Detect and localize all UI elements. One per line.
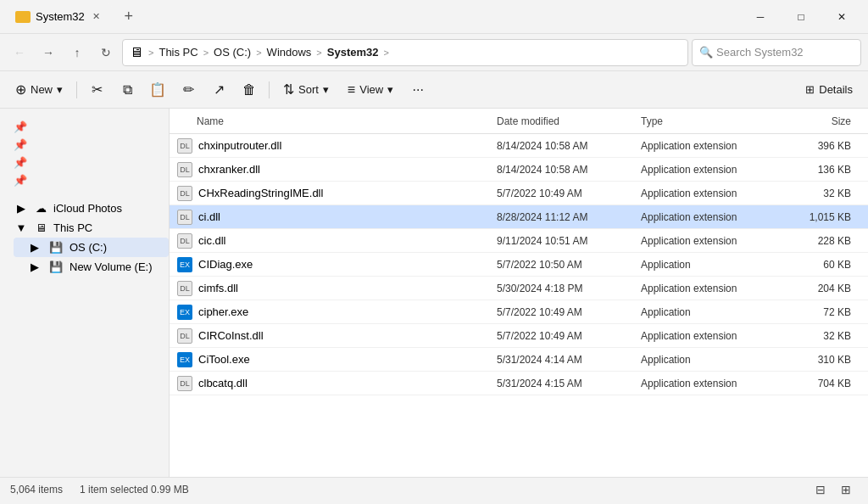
view-icon: ≡ [348, 82, 355, 98]
sidebar-item-new-volume[interactable]: ▶ 💾 New Volume (E:) [14, 257, 169, 277]
column-size[interactable]: Size [793, 115, 861, 127]
active-tab[interactable]: System32 ✕ [7, 3, 112, 31]
file-size: 136 KB [793, 164, 861, 176]
file-name: CHxReadingStringIME.dll [198, 187, 497, 199]
sort-button[interactable]: ⇅ Sort ▾ [275, 76, 337, 104]
maximize-button[interactable]: □ [782, 3, 821, 31]
refresh-button[interactable]: ↻ [93, 40, 119, 65]
exe-icon: EX [176, 304, 193, 321]
breadcrumb-bar[interactable]: 🖥 > This PC > OS (C:) > Windows > System… [122, 39, 688, 66]
icloud-expand[interactable]: ▶ [14, 202, 29, 215]
paste-button[interactable]: 📋 [143, 76, 172, 104]
dll-icon: DL [176, 185, 193, 202]
new-button[interactable]: ⊕ New ▾ [7, 76, 71, 104]
selected-info: 1 item selected 0.99 MB [80, 484, 189, 496]
table-row[interactable]: DL ci.dll 8/28/2024 11:12 AM Application… [170, 205, 868, 229]
table-row[interactable]: DL clbcatq.dll 5/31/2024 4:15 AM Applica… [170, 372, 868, 395]
osc-label: OS (C:) [70, 241, 107, 254]
up-button[interactable]: ↑ [64, 40, 90, 65]
file-type: Application extension [641, 283, 793, 294]
file-size: 396 KB [793, 140, 861, 152]
newvol-label: New Volume (E:) [70, 260, 153, 273]
table-row[interactable]: EX cipher.exe 5/7/2022 10:49 AM Applicat… [170, 300, 868, 324]
file-size: 32 KB [793, 330, 861, 342]
dll-icon: DL [176, 161, 193, 178]
file-list: Name Date modified Type Size DL chxinput… [170, 109, 868, 477]
share-button[interactable]: ↗ [204, 76, 233, 104]
file-size: 72 KB [793, 306, 861, 318]
sidebar-item-osc[interactable]: ▶ 💾 OS (C:) [14, 238, 169, 257]
file-name: CIRCoInst.dll [198, 329, 497, 342]
sidebar-item-thispc[interactable]: ▼ 🖥 This PC [0, 218, 169, 238]
dll-icon: DL [176, 137, 193, 154]
cut-button[interactable]: ✂ [82, 76, 111, 104]
pin-icon-3: 📌 [10, 154, 169, 171]
new-dropdown-icon: ▾ [57, 83, 63, 96]
item-count: 5,064 items [10, 484, 63, 496]
details-view-toggle[interactable]: ⊟ [809, 480, 832, 499]
file-date: 5/7/2022 10:50 AM [497, 259, 641, 271]
breadcrumb-thispc[interactable]: This PC [157, 46, 199, 59]
breadcrumb-windows[interactable]: Windows [265, 46, 314, 59]
details-button[interactable]: ⊞ Details [797, 76, 861, 104]
minimize-button[interactable]: ─ [741, 3, 780, 31]
copy-button[interactable]: ⧉ [113, 76, 142, 104]
file-name: cic.dll [198, 234, 497, 247]
file-type: Application extension [641, 378, 793, 389]
thispc-expand[interactable]: ▼ [14, 221, 29, 234]
file-name: cimfs.dll [198, 282, 497, 294]
file-date: 8/28/2024 11:12 AM [497, 211, 641, 223]
tab-close-button[interactable]: ✕ [90, 10, 103, 24]
view-button[interactable]: ≡ View ▾ [339, 76, 402, 104]
file-date: 5/7/2022 10:49 AM [497, 188, 641, 199]
tab-folder-icon [15, 11, 31, 23]
table-row[interactable]: DL cimfs.dll 5/30/2024 4:18 PM Applicati… [170, 277, 868, 300]
new-label: New [31, 83, 53, 96]
file-date: 5/7/2022 10:49 AM [497, 306, 641, 318]
new-tab-button[interactable]: + [117, 5, 141, 29]
column-type[interactable]: Type [641, 115, 793, 127]
file-date: 5/30/2024 4:18 PM [497, 283, 641, 294]
search-box[interactable]: 🔍 Search System32 [692, 39, 861, 66]
table-row[interactable]: EX CiTool.exe 5/31/2024 4:14 AM Applicat… [170, 348, 868, 372]
table-row[interactable]: EX CIDiag.exe 5/7/2022 10:50 AM Applicat… [170, 253, 868, 277]
file-rows-container: DL chxinputrouter.dll 8/14/2024 10:58 AM… [170, 134, 868, 395]
sidebar-item-icloud[interactable]: ▶ ☁ iCloud Photos [0, 199, 169, 218]
tiles-view-toggle[interactable]: ⊞ [834, 480, 858, 499]
view-dropdown-icon: ▾ [387, 83, 393, 96]
pin-icon-2: 📌 [10, 137, 169, 153]
table-row[interactable]: DL CHxReadingStringIME.dll 5/7/2022 10:4… [170, 182, 868, 205]
back-button[interactable]: ← [7, 40, 32, 65]
dll-icon: DL [176, 209, 193, 226]
sort-dropdown-icon: ▾ [323, 83, 329, 96]
table-row[interactable]: DL cic.dll 9/11/2024 10:51 AM Applicatio… [170, 229, 868, 253]
rename-button[interactable]: ✏ [174, 76, 203, 104]
osc-expand[interactable]: ▶ [27, 241, 42, 254]
breadcrumb-system32[interactable]: System32 [326, 46, 381, 59]
file-size: 60 KB [793, 259, 861, 271]
column-name[interactable]: Name [176, 115, 497, 127]
file-type: Application extension [641, 188, 793, 199]
window-controls: ─ □ ✕ [741, 3, 861, 31]
address-bar: ← → ↑ ↻ 🖥 > This PC > OS (C:) > Windows … [0, 34, 868, 71]
forward-button[interactable]: → [36, 40, 61, 65]
sort-icon: ⇅ [283, 81, 294, 98]
breadcrumb-osc[interactable]: OS (C:) [212, 46, 253, 59]
dll-icon: DL [176, 280, 193, 297]
close-button[interactable]: ✕ [822, 3, 861, 31]
file-date: 5/31/2024 4:14 AM [497, 354, 641, 366]
column-date[interactable]: Date modified [497, 115, 641, 127]
table-row[interactable]: DL chxinputrouter.dll 8/14/2024 10:58 AM… [170, 134, 868, 158]
file-type: Application extension [641, 235, 793, 247]
title-bar: System32 ✕ + ─ □ ✕ [0, 0, 868, 34]
table-row[interactable]: DL CIRCoInst.dll 5/7/2022 10:49 AM Appli… [170, 324, 868, 348]
toolbar: ⊕ New ▾ ✂ ⧉ 📋 ✏ ↗ 🗑 ⇅ Sort ▾ ≡ View ▾ ··… [0, 71, 868, 109]
tab-title: System32 [36, 10, 85, 23]
file-size: 32 KB [793, 188, 861, 199]
title-bar-left: System32 ✕ + [7, 3, 734, 31]
more-options-button[interactable]: ··· [403, 76, 432, 104]
newvol-expand[interactable]: ▶ [27, 260, 42, 273]
delete-button[interactable]: 🗑 [235, 76, 264, 104]
file-date: 8/14/2024 10:58 AM [497, 164, 641, 176]
table-row[interactable]: DL chxranker.dll 8/14/2024 10:58 AM Appl… [170, 158, 868, 182]
